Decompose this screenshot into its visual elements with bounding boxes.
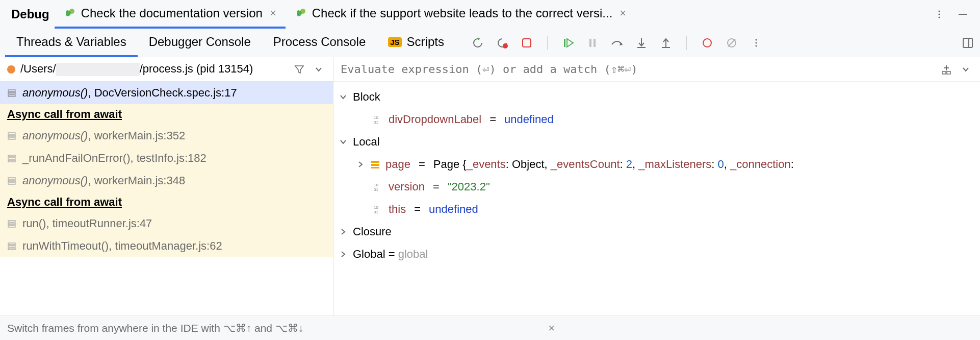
frame-text: runWithTimeout(), timeoutManager.js:62 xyxy=(22,239,222,253)
chevron-right-icon[interactable] xyxy=(339,250,348,259)
variable-row[interactable]: 1001 version = "2023.2" xyxy=(333,176,980,198)
scope-closure[interactable]: Closure xyxy=(333,221,980,243)
primitive-icon: 1001 xyxy=(373,182,383,192)
svg-rect-23 xyxy=(8,90,15,91)
evaluate-row xyxy=(333,57,980,82)
svg-text:10: 10 xyxy=(374,115,378,120)
debug-tabs-bar: Threads & Variables Debugger Console Pro… xyxy=(0,29,980,57)
playwright-icon xyxy=(64,7,76,19)
frame-icon xyxy=(7,176,16,185)
stack-frame[interactable]: run(), timeoutRunner.js:47 xyxy=(0,212,333,235)
svg-rect-5 xyxy=(959,14,967,15)
svg-rect-36 xyxy=(8,223,15,225)
close-icon[interactable]: × xyxy=(548,322,973,335)
svg-rect-47 xyxy=(371,161,379,163)
step-over-icon[interactable] xyxy=(610,36,624,50)
variable-value: undefined xyxy=(504,113,554,126)
rerun-failed-icon[interactable] xyxy=(495,36,509,50)
variable-value: "2023.2" xyxy=(448,180,490,193)
chevron-down-icon[interactable] xyxy=(339,92,348,102)
async-header: Async call from await xyxy=(0,192,333,212)
step-out-icon[interactable] xyxy=(659,36,673,50)
variable-row[interactable]: 1001 this = undefined xyxy=(333,198,980,221)
minimize-icon[interactable] xyxy=(956,7,970,21)
process-label: /Users//process.js (pid 13154) xyxy=(20,62,287,76)
chevron-down-icon[interactable] xyxy=(959,62,973,77)
frames-pane: /Users//process.js (pid 13154) anonymous… xyxy=(0,57,333,315)
pause-icon[interactable] xyxy=(585,36,600,50)
scope-block[interactable]: Block xyxy=(333,86,980,108)
stack-frame[interactable]: runWithTimeout(), timeoutManager.js:62 xyxy=(0,235,333,257)
process-row[interactable]: /Users//process.js (pid 13154) xyxy=(0,57,333,82)
layout-icon[interactable] xyxy=(961,36,975,50)
debug-label: Debug xyxy=(5,7,55,21)
more-options-icon[interactable] xyxy=(749,36,763,50)
svg-point-4 xyxy=(938,16,940,18)
variable-row[interactable]: page = Page {_events: Object, _eventsCou… xyxy=(333,153,980,176)
statusbar-hint: Switch frames from anywhere in the IDE w… xyxy=(7,322,303,334)
process-suffix: /process.js (pid 13154) xyxy=(140,62,253,75)
tab-label: Debugger Console xyxy=(149,35,251,49)
svg-rect-35 xyxy=(8,221,15,222)
run-tab-label: Check if the support website leads to th… xyxy=(312,6,613,20)
add-watch-icon[interactable] xyxy=(939,62,953,77)
debug-toolbar xyxy=(455,36,763,50)
close-icon[interactable]: × xyxy=(270,7,276,20)
svg-rect-25 xyxy=(8,95,15,96)
scope-label: Local xyxy=(353,135,380,149)
svg-rect-10 xyxy=(594,39,596,47)
frame-icon xyxy=(7,88,16,98)
more-icon[interactable] xyxy=(932,7,946,21)
close-icon[interactable]: × xyxy=(620,7,626,20)
chevron-down-icon[interactable] xyxy=(312,62,326,77)
svg-rect-43 xyxy=(942,71,946,74)
frame-text: anonymous(), workerMain.js:352 xyxy=(22,129,185,142)
variable-row[interactable]: 1001 divDropdownLabel = undefined xyxy=(333,108,980,131)
chevron-right-icon[interactable] xyxy=(339,227,348,236)
tab-scripts[interactable]: JS Scripts xyxy=(377,29,455,57)
evaluate-input[interactable] xyxy=(341,63,934,76)
run-tab-label: Check the documentation version xyxy=(81,6,263,20)
rerun-icon[interactable] xyxy=(471,36,485,50)
run-tab-check-documentation[interactable]: Check the documentation version × xyxy=(55,0,286,29)
svg-rect-39 xyxy=(8,246,15,247)
filter-icon[interactable] xyxy=(292,62,306,77)
debug-content: /Users//process.js (pid 13154) anonymous… xyxy=(0,57,980,315)
stack-frame[interactable]: _runAndFailOnError(), testInfo.js:182 xyxy=(0,147,333,169)
view-breakpoints-icon[interactable] xyxy=(700,36,714,50)
svg-point-15 xyxy=(703,39,711,47)
svg-point-19 xyxy=(755,42,757,43)
equals: = xyxy=(486,113,499,126)
scope-local[interactable]: Local xyxy=(333,131,980,153)
async-header: Async call from await xyxy=(0,104,333,125)
titlebar-right xyxy=(932,7,975,21)
stack-frame[interactable]: anonymous(), workerMain.js:352 xyxy=(0,125,333,147)
tab-debugger-console[interactable]: Debugger Console xyxy=(138,29,262,57)
equals: = xyxy=(416,158,428,171)
chevron-right-icon[interactable] xyxy=(356,160,365,169)
svg-text:01: 01 xyxy=(374,187,378,192)
stack-frame[interactable]: anonymous(), DocVersionCheck.spec.js:17 xyxy=(0,82,333,104)
svg-rect-48 xyxy=(371,164,379,166)
run-tab-check-support[interactable]: Check if the support website leads to th… xyxy=(286,0,635,29)
object-icon xyxy=(370,159,380,169)
svg-rect-34 xyxy=(8,183,15,184)
scope-global[interactable]: Global = global xyxy=(333,243,980,265)
variable-value: undefined xyxy=(429,203,478,216)
mute-breakpoints-icon[interactable] xyxy=(725,36,739,50)
debug-tabs: Threads & Variables Debugger Console Pro… xyxy=(5,29,455,57)
stop-icon[interactable] xyxy=(520,36,534,50)
stack-frame[interactable]: anonymous(), workerMain.js:348 xyxy=(0,169,333,192)
tab-threads-variables[interactable]: Threads & Variables xyxy=(5,29,138,57)
step-into-icon[interactable] xyxy=(634,36,649,50)
redacted-path xyxy=(56,63,140,76)
svg-rect-37 xyxy=(8,226,15,227)
svg-rect-24 xyxy=(8,92,15,94)
tab-process-console[interactable]: Process Console xyxy=(262,29,377,57)
frame-text: run(), timeoutRunner.js:47 xyxy=(22,217,152,230)
svg-point-20 xyxy=(755,45,757,46)
chevron-down-icon[interactable] xyxy=(339,137,348,147)
resume-icon[interactable] xyxy=(561,36,575,50)
svg-rect-27 xyxy=(8,135,15,137)
run-config-tabs: Check the documentation version × Check … xyxy=(55,0,932,29)
